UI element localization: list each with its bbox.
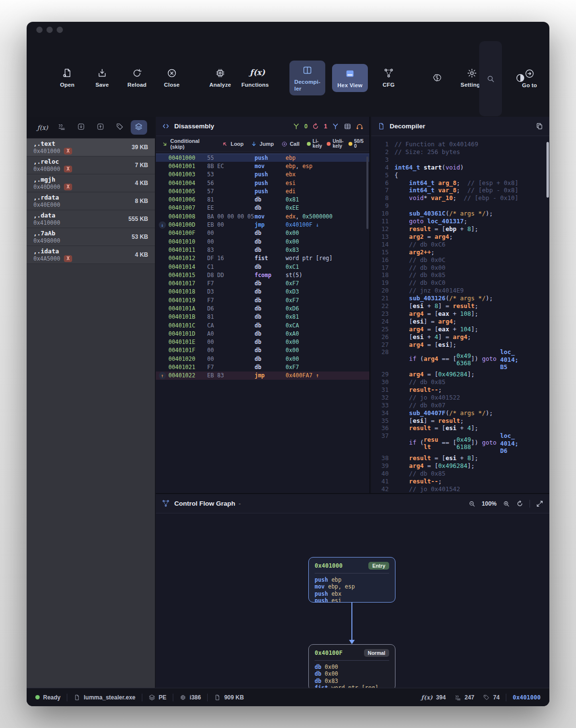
decompiler-line[interactable]: 20 // jnz 0x4014E9 bbox=[374, 287, 546, 294]
section-row[interactable]: ,.7aAb0x49800053 KB bbox=[27, 228, 155, 246]
decompiler-line[interactable]: 30 // db 0x85 bbox=[374, 378, 546, 386]
disasm-row[interactable]: 0040101AD6db0xD6 bbox=[156, 304, 369, 312]
section-row[interactable]: ,.data0x410000555 KB bbox=[27, 210, 155, 228]
traffic-light-zoom[interactable] bbox=[57, 27, 63, 33]
reset-view-icon[interactable] bbox=[516, 500, 524, 508]
section-row[interactable]: ,.idata0x4A5000X4 KB bbox=[27, 246, 155, 264]
decompiler-line[interactable]: 13 arg2 = arg4; bbox=[374, 233, 546, 241]
decompiler-line[interactable]: 36 result = [esi + 4]; bbox=[374, 424, 546, 432]
branch-filter-icon[interactable] bbox=[292, 123, 300, 130]
disasm-row[interactable]: 00401014C1db0xC1 bbox=[156, 263, 369, 271]
decompiler-line[interactable]: 31 result--; bbox=[374, 386, 546, 394]
decompiler-line[interactable]: 12 result = [ebp + 8]; bbox=[374, 225, 546, 233]
decompiler-line[interactable]: 41 result--; bbox=[374, 478, 546, 485]
disasm-row[interactable]: 0040101183db0x83 bbox=[156, 246, 369, 254]
decompiler-line[interactable]: 4int64_t start(void) bbox=[374, 164, 546, 171]
decompiler-line[interactable]: 33 // db 0x07 bbox=[374, 402, 546, 409]
disasm-row[interactable]: 0040101000db0x00 bbox=[156, 237, 369, 246]
decompiler-line[interactable]: 25 arg4 = [eax + 104]; bbox=[374, 325, 546, 333]
exports-tab[interactable] bbox=[92, 120, 108, 135]
disasm-row[interactable]: 0040101E00db0x00 bbox=[156, 338, 369, 346]
decompiler-line[interactable]: 22 [esi + 8] = result; bbox=[374, 302, 546, 310]
loop-filter-icon[interactable] bbox=[312, 123, 319, 130]
section-row[interactable]: ,.text0x401000X39 KB bbox=[27, 139, 155, 156]
decompiler-line[interactable]: 34 sub_40407F(/* args */); bbox=[374, 409, 546, 417]
disasm-row[interactable]: 0040101B81db0x81 bbox=[156, 313, 369, 321]
open-button[interactable]: Open bbox=[53, 68, 81, 88]
functions-tab[interactable]: ƒ(x) bbox=[34, 120, 51, 135]
decompiler-line[interactable]: 39 arg4 = [0x496284]; bbox=[374, 462, 546, 470]
zoom-in-icon[interactable] bbox=[502, 500, 510, 508]
decompiler-line[interactable]: 1// Function at 0x401469 bbox=[374, 140, 546, 148]
decompiler-scrollbar[interactable] bbox=[546, 142, 549, 198]
cfg-canvas[interactable]: 0x401000Entrypush ebpmov ebp, esppush eb… bbox=[156, 513, 549, 688]
decompiler-line[interactable]: 38 result = [esi + 8]; bbox=[374, 454, 546, 462]
decompiler-view-button[interactable]: Decompi- ler bbox=[289, 61, 325, 96]
disasm-row[interactable]: 00401008BA 00 00 00 05movedx, 0x5000000 bbox=[156, 212, 369, 220]
decompiler-line[interactable]: 35 [esi] = result; bbox=[374, 417, 546, 425]
decompiler-line[interactable]: 17 // db 0x00 bbox=[374, 264, 546, 272]
imports-tab[interactable] bbox=[73, 120, 90, 135]
disasm-row[interactable]: 0040101F00db0x00 bbox=[156, 346, 369, 355]
disassembly-scrollbar[interactable] bbox=[366, 156, 368, 229]
decompiler-line[interactable]: 24 [esi] = arg4; bbox=[374, 318, 546, 325]
decompiler-line[interactable]: 6 int64_t arg_8; // [esp + 0x8] bbox=[374, 179, 546, 187]
section-row[interactable]: ,.reloc0x40B000X7 KB bbox=[27, 156, 155, 174]
cfg-node-0x401000[interactable]: 0x401000Entrypush ebpmov ebp, esppush eb… bbox=[308, 557, 395, 603]
disasm-row[interactable]: 0040100055pushebp bbox=[156, 154, 369, 162]
disasm-row[interactable]: 0040101CCAdb0xCA bbox=[156, 321, 369, 329]
strings-tab[interactable] bbox=[54, 120, 70, 135]
hex-view-button[interactable]: Hex View bbox=[332, 64, 368, 92]
disasm-row[interactable]: 0040100F00db0x00 bbox=[156, 229, 369, 237]
flow-icon[interactable] bbox=[356, 123, 364, 130]
decompiler-line[interactable]: 10 sub_40361C(/* args */); bbox=[374, 210, 546, 217]
decompiler-line[interactable]: 9 bbox=[374, 202, 546, 210]
section-row[interactable]: ,.mgjh0x40D000X4 KB bbox=[27, 174, 155, 192]
disasm-row[interactable]: 0040101DA0db0xA0 bbox=[156, 329, 369, 338]
decompiler-line[interactable]: 23 arg4 = [eax + 108]; bbox=[374, 310, 546, 318]
decompiler-line[interactable]: 15 arg2++; bbox=[374, 248, 546, 256]
disasm-row[interactable]: 00401019F7db0xF7 bbox=[156, 296, 369, 304]
disasm-row[interactable]: 0040100681db0x81 bbox=[156, 195, 369, 203]
disasm-row[interactable]: 00401018D3db0xD3 bbox=[156, 288, 369, 296]
functions-button[interactable]: ƒ(x)Functions bbox=[241, 68, 269, 88]
analyze-button[interactable]: Analyze bbox=[206, 68, 234, 88]
copy-icon[interactable] bbox=[535, 122, 544, 130]
disasm-row[interactable]: 00401015D8 DDfcompst(5) bbox=[156, 271, 369, 279]
disasm-row[interactable]: 00401012DF 16fistword ptr [reg] bbox=[156, 254, 369, 263]
close-button[interactable]: Close bbox=[158, 68, 186, 88]
traffic-light-minimize[interactable] bbox=[46, 27, 53, 33]
jump-filter-icon[interactable] bbox=[332, 123, 339, 130]
disasm-row[interactable]: ↑00401022EB 83jmp0x400FA7 ↑ bbox=[156, 372, 369, 380]
sections-tab[interactable] bbox=[131, 120, 147, 135]
ai-button[interactable] bbox=[423, 73, 451, 83]
disasm-row[interactable]: 0040102000db0x00 bbox=[156, 355, 369, 363]
disasm-row[interactable]: 0040100353pushebx bbox=[156, 170, 369, 179]
decompiler-line[interactable]: 14 // db 0xC6 bbox=[374, 241, 546, 248]
disasm-row[interactable]: 004010018B ECmovebp, esp bbox=[156, 162, 369, 170]
search-button[interactable] bbox=[479, 41, 502, 116]
zoom-out-icon[interactable] bbox=[468, 500, 476, 508]
disasm-row[interactable]: 00401007EEdb0xEE bbox=[156, 204, 369, 212]
disasm-row[interactable]: 00401017F7db0xF7 bbox=[156, 279, 369, 287]
decompiler-line[interactable]: 29 arg4 = [0x496284]; bbox=[374, 371, 546, 378]
decompiler-line[interactable]: 5{ bbox=[374, 171, 546, 179]
disasm-row[interactable]: 0040100557pushedi bbox=[156, 187, 369, 195]
decompiler-line[interactable]: 7 int64_t var_8; // [ebp - 0x8] bbox=[374, 186, 546, 194]
decompiler-line[interactable]: 3 bbox=[374, 156, 546, 164]
cfg-node-0x40100F[interactable]: 0x40100FNormaldb 0x00db 0x00db 0x83fist … bbox=[308, 644, 395, 691]
disasm-row[interactable]: ↓0040100DEB 00jmp0x40100F ↓ bbox=[156, 220, 369, 229]
table-view-icon[interactable] bbox=[344, 123, 351, 130]
decompiler-line[interactable]: 26 [esi + 4] = arg4; bbox=[374, 333, 546, 341]
decompiler-line[interactable]: 16 // db 0x0C bbox=[374, 256, 546, 264]
disasm-row[interactable]: 00401021F7db0xF7 bbox=[156, 363, 369, 371]
traffic-light-close[interactable] bbox=[36, 27, 43, 33]
decompiler-line[interactable]: 21 sub_403126(/* args */); bbox=[374, 294, 546, 302]
decompiler-line[interactable]: 32 // jo 0x401522 bbox=[374, 394, 546, 402]
decompiler-line[interactable]: 42 // jo 0x401542 bbox=[374, 485, 546, 493]
decompiler-line[interactable]: 27 arg4 = [esi]; bbox=[374, 341, 546, 349]
fullscreen-icon[interactable] bbox=[536, 500, 544, 508]
disasm-row[interactable]: 0040100456pushesi bbox=[156, 179, 369, 187]
goto-button[interactable]: Go to bbox=[515, 68, 544, 89]
decompiler-line[interactable]: 2// Size: 256 bytes bbox=[374, 148, 546, 156]
